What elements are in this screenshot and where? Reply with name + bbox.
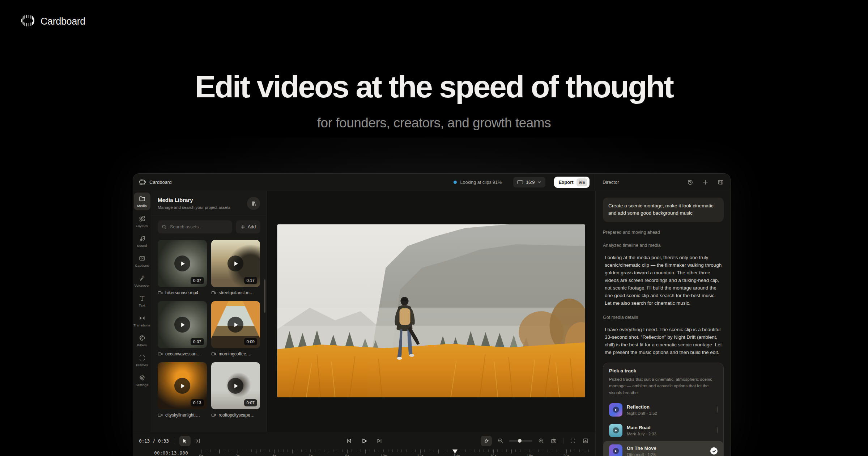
duration-badge: 0:07 [191, 338, 204, 345]
sidebar-item-transitions[interactable]: Transitions [134, 312, 150, 330]
zoom-slider[interactable] [509, 440, 532, 442]
check-selected-icon[interactable] [710, 447, 718, 455]
topbar-left: Cardboard Looking at clips 91% 16:9 Expo… [133, 174, 595, 191]
trim-brackets-icon [195, 438, 200, 444]
plus-icon[interactable] [701, 178, 709, 186]
hero-subtitle: for founders, creators, and growth teams [0, 115, 868, 131]
asset-grid: 0:07 hikersunrise.mp4 0:17 [151, 236, 267, 418]
timeline-right-tools [481, 436, 590, 446]
text-icon [139, 295, 145, 301]
library-icon [251, 201, 256, 206]
director-header: Director [595, 174, 730, 191]
ruler-label: 10s [380, 454, 387, 456]
scrollbar[interactable] [264, 279, 265, 313]
asset-thumbnail[interactable]: 0:17 [211, 240, 260, 287]
ruler-label: 0s [199, 454, 203, 456]
ruler-label: 2s [235, 454, 240, 456]
asset-thumbnail[interactable]: 0:13 [158, 362, 207, 409]
track-picker-card: Pick a track Picked tracks that suit a c… [603, 363, 724, 456]
music-note-icon [139, 235, 145, 242]
snapshot-camera-icon[interactable] [550, 437, 558, 445]
add-label: Add [248, 224, 256, 229]
track-meta: Otto.mp3 · 1:25 [627, 452, 656, 456]
play-icon [174, 378, 190, 394]
zoom-in-icon[interactable] [537, 437, 545, 445]
timeline-ruler[interactable]: 00:00:13.900 0s 2s 4s 6s 8s 10s 12s 14s … [133, 449, 595, 456]
asset-card: 0:07 hikersunrise.mp4 [158, 240, 207, 295]
ruler-label: 12s [417, 454, 424, 456]
sidebar-item-label: Sound [137, 244, 147, 248]
duration-badge: 0:07 [191, 277, 204, 284]
radio-unselected-icon[interactable] [717, 406, 718, 413]
media-library-subtitle: Manage and search your project assets [158, 205, 230, 210]
asset-thumbnail[interactable]: 0:07 [158, 240, 207, 287]
zoom-slider-thumb[interactable] [518, 439, 522, 443]
video-preview[interactable] [277, 224, 585, 397]
range-tool-button[interactable] [192, 436, 203, 446]
skip-back-icon[interactable] [345, 437, 353, 445]
fullscreen-icon[interactable] [569, 437, 577, 445]
video-camera-icon [158, 413, 163, 418]
skip-forward-icon[interactable] [375, 437, 383, 445]
sidebar-item-layouts[interactable]: Layouts [134, 212, 150, 230]
history-icon[interactable] [686, 178, 694, 186]
timeline-footer: 0:13 / 0:33 [133, 432, 595, 456]
track-artwork [609, 444, 622, 456]
timeline-toolbar: 0:13 / 0:33 [133, 432, 595, 449]
add-asset-button[interactable]: Add [236, 220, 260, 233]
brand: Cardboard [21, 14, 85, 29]
folder-icon [139, 195, 145, 202]
track-artwork [609, 403, 622, 417]
sidebar-item-voiceover[interactable]: Voiceover [134, 272, 150, 290]
aspect-rect-icon [517, 180, 523, 184]
library-view-button[interactable] [247, 197, 260, 210]
editor-window: Cardboard Looking at clips 91% 16:9 Expo… [133, 173, 731, 456]
play-button[interactable] [360, 437, 368, 445]
time-display: 0:13 / 0:33 [139, 438, 169, 444]
collapse-timeline-icon[interactable] [582, 437, 590, 445]
snap-magnet-button[interactable] [481, 436, 492, 446]
sidebar-item-frames[interactable]: Frames [134, 352, 150, 370]
director-step: Prepared and moving ahead [603, 230, 724, 235]
transport-controls [345, 437, 383, 445]
sidebar-item-filters[interactable]: Filters [134, 332, 150, 350]
aspect-ratio-value: 16:9 [526, 180, 535, 185]
asset-name: streetguitarist.m… [219, 290, 254, 295]
asset-name: oceanwavessun… [165, 351, 201, 356]
export-button[interactable]: Export ⌘E [554, 177, 590, 188]
video-camera-icon [158, 290, 163, 295]
sidebar-item-sound[interactable]: Sound [134, 232, 150, 250]
playhead-stem [455, 453, 455, 456]
select-tool-button[interactable] [179, 436, 191, 446]
ruler-label: 4s [272, 454, 276, 456]
asset-thumbnail[interactable]: 0:07 [158, 301, 207, 348]
asset-thumbnail[interactable]: 0:07 [211, 362, 260, 409]
cardboard-logo-small-icon [139, 179, 146, 186]
sidebar-item-label: Filters [137, 343, 147, 347]
tool-rail: Media Layouts Sound Captions [133, 191, 151, 432]
sidebar-item-label: Transitions [133, 323, 150, 327]
zoom-out-icon[interactable] [497, 437, 505, 445]
sidebar-item-settings[interactable]: Settings [134, 372, 150, 389]
sidebar-item-label: Captions [135, 263, 149, 267]
track-option-on-the-move[interactable]: On The Move Otto.mp3 · 1:25 [603, 441, 723, 456]
panel-toggle-icon[interactable] [716, 178, 724, 186]
asset-card: 0:07 rooftopcityscape… [211, 362, 260, 418]
track-picker-title: Pick a track [609, 368, 718, 373]
playhead-timestamp: 00:00:13.900 [154, 450, 188, 456]
search-box[interactable] [158, 220, 232, 233]
aspect-ratio-dropdown[interactable]: 16:9 [513, 177, 545, 187]
asset-thumbnail[interactable]: 0:09 [211, 301, 260, 348]
sidebar-item-captions[interactable]: Captions [134, 252, 150, 270]
sidebar-item-media[interactable]: Media [134, 193, 150, 210]
search-input[interactable] [170, 224, 228, 229]
ruler-label: 8s [345, 454, 349, 456]
microphone-icon [139, 275, 145, 282]
track-option-reflection[interactable]: Reflection Night Drift · 1:52 [603, 400, 723, 420]
track-option-main-road[interactable]: Main Road Mark July · 2:33 [603, 420, 723, 441]
play-icon [227, 317, 243, 333]
radio-unselected-icon[interactable] [717, 427, 718, 434]
sidebar-item-text[interactable]: Text [134, 292, 150, 310]
asset-card: 0:13 cityskylinenight.… [158, 362, 207, 418]
frame-corners-icon [139, 355, 145, 361]
